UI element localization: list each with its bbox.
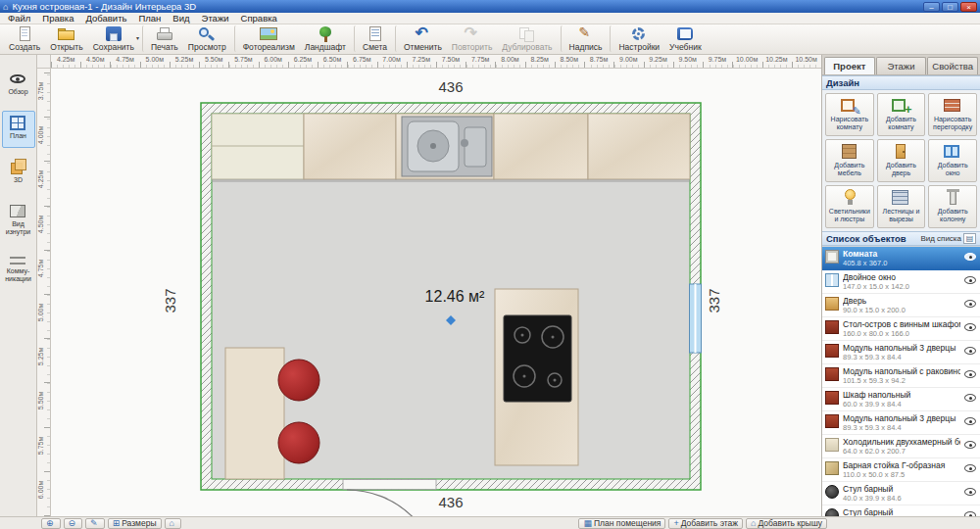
- menu-view[interactable]: Вид: [167, 13, 195, 24]
- object-list-item[interactable]: Холодильник двухкамерный беже... 64.0 x …: [822, 435, 980, 458]
- object-name: Барная стойка Г-образная: [843, 460, 960, 470]
- list-view-control[interactable]: Вид списка ▤: [920, 233, 976, 244]
- design-button[interactable]: Добавить мебель: [825, 139, 874, 182]
- toolbar-button[interactable]: Надпись: [561, 25, 608, 52]
- visibility-eye-icon[interactable]: [964, 323, 976, 331]
- menu-help[interactable]: Справка: [235, 13, 283, 24]
- object-text: Двойное окно 147.0 x 15.0 x 142.0: [843, 272, 960, 291]
- object-list-item[interactable]: Шкаф напольный 60.0 x 39.9 x 84.4: [822, 388, 980, 411]
- sidebar-item-communications[interactable]: Комму-никации: [2, 246, 35, 286]
- bar-stool-2[interactable]: [278, 422, 319, 463]
- toolbar-button[interactable]: Печать: [142, 25, 183, 52]
- design-button[interactable]: Нарисовать перегородку: [928, 93, 977, 136]
- door[interactable]: [343, 480, 440, 517]
- object-list-item[interactable]: Модуль напольный с раковиной 101.5 x 59.…: [822, 364, 980, 388]
- toolbar-button[interactable]: Учебник: [664, 25, 707, 52]
- visibility-eye-icon[interactable]: [964, 300, 976, 308]
- object-list-item[interactable]: Стул барный 40.0 x 39.9 x 84.6: [822, 482, 980, 505]
- tab-properties[interactable]: Свойства: [927, 57, 978, 74]
- counter-segment[interactable]: [588, 114, 690, 179]
- floor-module-icon: [825, 414, 839, 428]
- edit-button[interactable]: ✎: [85, 518, 105, 529]
- objects-section-header: Список объектов Вид списка ▤: [822, 231, 980, 246]
- object-list-item[interactable]: Стул барный 40.0 x 39.9 x 84.6: [822, 505, 980, 516]
- visibility-eye-icon[interactable]: [964, 417, 976, 425]
- toolbar-button[interactable]: Открыть: [45, 25, 87, 52]
- toolbar-button[interactable]: Смета: [354, 25, 392, 52]
- add-roof-button[interactable]: ⌂ Добавить крышу: [746, 518, 827, 529]
- minimize-button[interactable]: –: [923, 2, 940, 12]
- visibility-eye-icon[interactable]: [964, 394, 976, 402]
- sidebar-item-overview[interactable]: Обзор: [2, 67, 35, 104]
- toolbar-button[interactable]: Ландшафт: [300, 25, 351, 52]
- toolbar-button[interactable]: Настройки: [610, 25, 664, 52]
- toolbar-button[interactable]: Создать: [4, 25, 45, 52]
- design-button[interactable]: Добавить окно: [928, 139, 977, 182]
- design-button-label: Нарисовать перегородку: [929, 116, 976, 131]
- object-list-item[interactable]: Комната 405.8 x 367.0: [822, 247, 980, 270]
- design-button[interactable]: Добавить колонну: [928, 185, 977, 228]
- list-view-icon[interactable]: ▤: [963, 233, 976, 244]
- floor-plan-button[interactable]: ▦ План помещения: [578, 518, 665, 529]
- close-button[interactable]: ×: [960, 2, 977, 12]
- counter-segment[interactable]: [304, 114, 396, 179]
- menu-add[interactable]: Добавить: [79, 13, 132, 24]
- design-button[interactable]: Добавить комнату: [877, 93, 926, 136]
- visibility-eye-icon[interactable]: [964, 253, 976, 261]
- visibility-eye-icon[interactable]: [964, 276, 976, 284]
- zoom-out-button[interactable]: ⊖: [64, 518, 83, 529]
- object-list-item[interactable]: Модуль напольный 3 дверцы 89.3 x 59.3 x …: [822, 341, 980, 364]
- visibility-eye-icon[interactable]: [964, 464, 976, 472]
- menu-plan[interactable]: План: [132, 13, 167, 24]
- visibility-eye-icon[interactable]: [964, 347, 976, 355]
- landscape-tree-icon: [316, 26, 335, 42]
- design-button[interactable]: Светильники и люстры: [825, 185, 874, 228]
- counter-segment[interactable]: [494, 114, 588, 179]
- tab-project[interactable]: Проект: [824, 57, 875, 74]
- overview-eye-icon: [9, 71, 28, 87]
- menu-file[interactable]: Файл: [2, 13, 36, 24]
- sidebar-item-label: Обзор: [8, 88, 27, 96]
- toolbar-button[interactable]: Фотореализм: [234, 25, 300, 52]
- maximize-button[interactable]: □: [942, 2, 958, 12]
- toolbar-button[interactable]: Отменить: [395, 25, 447, 52]
- toolbar-button[interactable]: Дублировать: [497, 25, 557, 52]
- visibility-eye-icon[interactable]: [964, 511, 976, 516]
- design-button[interactable]: Нарисовать комнату: [825, 93, 874, 136]
- menu-edit[interactable]: Правка: [36, 13, 79, 24]
- ruler-left-label: 5.50м: [37, 378, 50, 422]
- menu-floors[interactable]: Этажи: [196, 13, 235, 24]
- visibility-eye-icon[interactable]: [964, 441, 976, 449]
- toolbar-button[interactable]: Повторить: [447, 25, 498, 52]
- tab-floors[interactable]: Этажи: [876, 57, 927, 74]
- sidebar-item-plan[interactable]: План: [2, 111, 35, 148]
- sidebar-item-3d[interactable]: 3D: [2, 155, 35, 192]
- bar-stool-1[interactable]: [278, 360, 319, 401]
- design-button[interactable]: Добавить дверь: [877, 139, 926, 182]
- object-list-item[interactable]: Дверь 90.0 x 15.0 x 200.0: [822, 294, 980, 317]
- cooktop[interactable]: [504, 315, 571, 402]
- add-floor-button[interactable]: + Добавить этаж: [668, 518, 743, 529]
- object-list-item[interactable]: Стол-остров с винным шкафом 160.0 x 80.0…: [822, 317, 980, 341]
- bar-counter[interactable]: [225, 348, 284, 479]
- window-right[interactable]: [690, 284, 702, 353]
- object-text: Дверь 90.0 x 15.0 x 200.0: [843, 296, 960, 314]
- object-list-item[interactable]: Двойное окно 147.0 x 15.0 x 142.0: [822, 270, 980, 294]
- toolbar-button[interactable]: Просмотр: [183, 25, 231, 52]
- zoom-in-button[interactable]: ⊕: [41, 518, 61, 529]
- toolbar-button[interactable]: Сохранить ▾: [88, 25, 139, 52]
- toolbar-button-label: Печать: [151, 42, 178, 52]
- kitchen-island[interactable]: [495, 289, 578, 465]
- ruler-top-label: 10.25м: [761, 55, 791, 68]
- sidebar-item-inside-view[interactable]: Вид изнутри: [2, 199, 35, 239]
- design-button[interactable]: Лестницы и вырезы: [877, 185, 926, 228]
- sink-unit[interactable]: [402, 117, 492, 176]
- home-button[interactable]: ⌂: [165, 518, 181, 529]
- floor-plan-svg[interactable]: 436 436 337 337 12.46 м²: [51, 69, 821, 516]
- visibility-eye-icon[interactable]: [964, 370, 976, 378]
- visibility-eye-icon[interactable]: [964, 488, 976, 496]
- object-list-item[interactable]: Модуль напольный 3 дверцы 89.3 x 59.3 x …: [822, 411, 980, 435]
- object-name: Модуль напольный с раковиной: [843, 366, 960, 376]
- object-list-item[interactable]: Барная стойка Г-образная 110.0 x 50.0 x …: [822, 458, 980, 482]
- dimensions-button[interactable]: ⊞ Размеры: [108, 518, 162, 529]
